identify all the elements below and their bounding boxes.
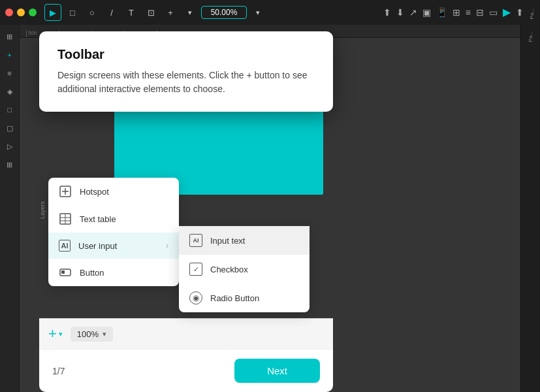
- canvas-area: 500 600 700 800 900 Layers Toolbar Desig…: [20, 25, 520, 392]
- export-icon[interactable]: ↗: [409, 7, 417, 18]
- line-tool-icon[interactable]: /: [103, 4, 120, 21]
- select-tool-icon[interactable]: ▶: [44, 4, 61, 21]
- hotspot-icon: [59, 185, 72, 198]
- svg-rect-8: [61, 270, 65, 274]
- rectangle-tool-icon[interactable]: □: [64, 4, 81, 21]
- submenu-item-checkbox[interactable]: ✓ Checkbox: [179, 255, 310, 284]
- sidebar-folder-icon[interactable]: ▷: [2, 139, 18, 154]
- page-indicator: 1/7: [52, 366, 65, 376]
- radio-button-label: Radio Button: [210, 293, 259, 303]
- right-panel: Pa...: [520, 25, 540, 392]
- text-tool-icon[interactable]: T: [123, 4, 140, 21]
- user-input-label: User input: [78, 241, 117, 251]
- text-table-label: Text table: [80, 214, 116, 224]
- checkbox-icon: ✓: [189, 263, 202, 276]
- button-label: Button: [80, 268, 104, 278]
- settings-icon[interactable]: ⊟: [476, 7, 484, 18]
- right-toolbar: ⬆ ⬇ ↗ ▣ 📱 ⊞ ≡ ⊟ ▭ ▶ ⬆ Pa...: [383, 6, 535, 19]
- submenu-item-input-text[interactable]: AI Input text: [179, 226, 310, 255]
- tooltip-title: Toolbar: [57, 47, 315, 62]
- add-button[interactable]: + ▾: [48, 325, 63, 342]
- footer-bar: 1/7 Next: [39, 349, 333, 392]
- next-button[interactable]: Next: [234, 359, 320, 383]
- device-icon[interactable]: 📱: [436, 7, 447, 18]
- main-layout: ⊞ + ≡ ◈ □ ▢ ▷ ⊞ 500 600 700 800 900 Laye…: [0, 25, 540, 392]
- layers-label: Layers: [39, 201, 46, 219]
- submenu: AI Input text ✓ Checkbox ◉ Radio Button: [179, 226, 310, 312]
- dropdown-item-button[interactable]: Button: [48, 259, 179, 286]
- zoom-input[interactable]: 50.00%: [201, 6, 247, 19]
- share-icon[interactable]: ⬆: [383, 7, 391, 18]
- toolbar-area: ▶ □ ○ / T ⊡ + ▾ 50.00% ▾: [44, 4, 379, 21]
- submenu-item-radio-button[interactable]: ◉ Radio Button: [179, 284, 310, 312]
- left-sidebar: ⊞ + ≡ ◈ □ ▢ ▷ ⊞: [0, 25, 20, 392]
- title-bar: ▶ □ ○ / T ⊡ + ▾ 50.00% ▾ ⬆ ⬇ ↗ ▣ 📱 ⊞ ≡ ⊟…: [0, 0, 540, 25]
- maximize-button[interactable]: [29, 8, 37, 16]
- dropdown-item-user-input[interactable]: AI User input › AI Input text ✓ Checkbox: [48, 233, 179, 259]
- zoom-value: 100%: [77, 329, 99, 339]
- add-plus-icon: +: [48, 325, 57, 342]
- image-tool-icon[interactable]: ⊡: [142, 4, 159, 21]
- text-table-icon: [59, 212, 72, 225]
- sidebar-layers-icon[interactable]: ≡: [2, 65, 18, 81]
- layout-icon[interactable]: ⊞: [453, 7, 460, 18]
- circle-tool-icon[interactable]: ○: [84, 4, 101, 21]
- checkbox-label: Checkbox: [210, 265, 248, 274]
- sidebar-rect-icon[interactable]: □: [2, 102, 18, 118]
- hotspot-label: Hotspot: [80, 187, 109, 197]
- right-panel-label: Pa...: [528, 31, 533, 42]
- download-icon[interactable]: ⬇: [396, 7, 404, 18]
- tooltip-overlay: Toolbar Design screens with these elemen…: [39, 31, 333, 112]
- bottom-panel: Hotspot Text table AI User: [39, 318, 333, 392]
- input-text-label: Input text: [210, 236, 245, 246]
- play-icon[interactable]: ▶: [503, 6, 511, 18]
- align-icon[interactable]: ≡: [466, 7, 471, 18]
- upload-icon[interactable]: ⬆: [516, 7, 524, 18]
- minimize-button[interactable]: [17, 8, 25, 16]
- tablet-icon[interactable]: ▭: [489, 7, 498, 18]
- dropdown-item-text-table[interactable]: Text table: [48, 205, 179, 233]
- radio-button-icon: ◉: [189, 291, 202, 304]
- zoom-dropdown-arrow[interactable]: ▾: [182, 4, 199, 21]
- menu-bar: + ▾ 100% ▾: [39, 318, 333, 349]
- tooltip-description: Design screens with these elements. Clic…: [57, 69, 315, 96]
- traffic-lights: [5, 8, 37, 16]
- input-text-icon: AI: [189, 234, 202, 247]
- preview-icon[interactable]: ▣: [422, 7, 431, 18]
- zoom-arrow-icon[interactable]: ▾: [249, 4, 266, 21]
- dropdown-item-hotspot[interactable]: Hotspot: [48, 178, 179, 205]
- zoom-control[interactable]: 100% ▾: [71, 327, 113, 342]
- add-tool-icon[interactable]: +: [162, 4, 179, 21]
- sidebar-rounded-icon[interactable]: ▢: [2, 120, 18, 136]
- sidebar-screens-icon[interactable]: ⊞: [2, 29, 18, 44]
- user-input-icon: AI: [59, 240, 71, 252]
- button-icon: [59, 266, 72, 279]
- user-input-arrow-icon: ›: [166, 241, 168, 250]
- dropdown-menu: Hotspot Text table AI User: [48, 178, 179, 286]
- right-panel-tab[interactable]: Pa...: [529, 8, 535, 19]
- add-arrow-icon: ▾: [59, 330, 63, 338]
- sidebar-assets-icon[interactable]: ◈: [2, 84, 18, 99]
- sidebar-add-icon[interactable]: +: [2, 47, 18, 63]
- zoom-chevron-icon: ▾: [103, 330, 106, 338]
- sidebar-group-icon[interactable]: ⊞: [2, 157, 18, 172]
- close-button[interactable]: [5, 8, 13, 16]
